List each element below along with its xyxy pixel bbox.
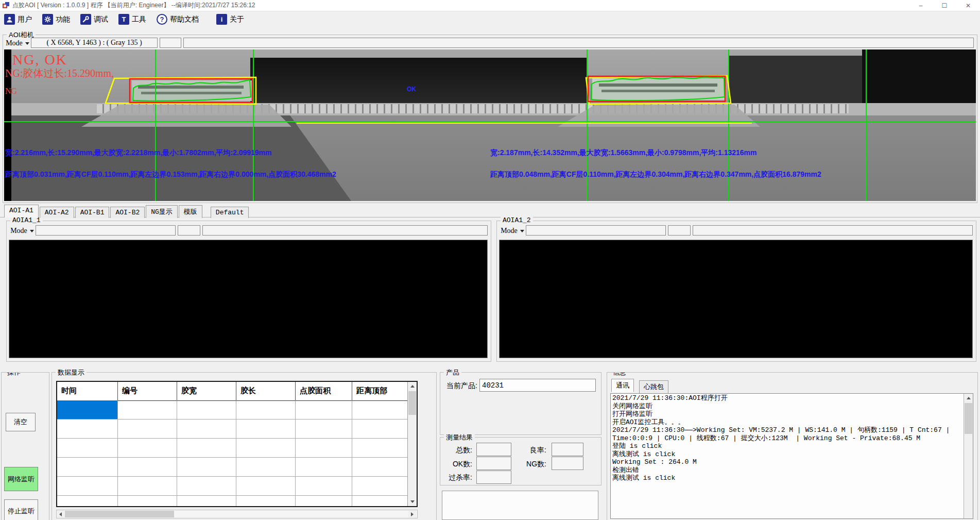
tools-icon: T — [118, 14, 129, 25]
tab-aoi-b2[interactable]: AOI-B2 — [110, 207, 145, 218]
log-vertical-scrollbar[interactable] — [964, 394, 973, 518]
aoi-tabstrip: AOI-A1 AOI-A2 AOI-B1 AOI-B2 NG显示 模版 Defa… — [4, 204, 250, 217]
panel2-mode-dropdown[interactable]: Mode — [499, 225, 526, 237]
tab-aoi-a2[interactable]: AOI-A2 — [40, 207, 74, 218]
col-header-time: 时间 — [57, 382, 118, 400]
camera-mode-dropdown[interactable]: Mode — [4, 38, 31, 49]
menu-user[interactable]: 用户 — [4, 14, 32, 25]
left-stats-line2: 距离顶部0.031mm,距离CF层0.110mm,距离左边界0.153mm,距离… — [5, 170, 336, 179]
right-stats-line2: 距离顶部0.048mm,距离CF层0.110mm,距离左边界0.304mm,距离… — [490, 170, 821, 179]
chevron-down-icon — [30, 230, 34, 232]
scroll-down-icon[interactable] — [408, 497, 417, 506]
menu-user-label: 用户 — [18, 15, 32, 24]
tab-comm[interactable]: 通讯 — [611, 379, 634, 392]
panel2-field-3[interactable] — [693, 225, 973, 236]
menu-function-label: 功能 — [56, 15, 70, 24]
user-icon — [4, 14, 15, 25]
panel1-field-3[interactable] — [202, 225, 488, 236]
title-bar: 点胶AOI [ Version : 1.0.0.9 ] 程序 【当前用户: En… — [0, 0, 980, 11]
scroll-up-icon[interactable] — [964, 394, 973, 402]
menu-about-label: 关于 — [230, 15, 244, 24]
clear-button[interactable]: 清空 — [6, 413, 36, 431]
log-line: 关闭网络监听 — [612, 402, 962, 411]
operation-group: 操作 清空 网络监听 停止监听 — [1, 372, 49, 520]
menu-help[interactable]: ? 帮助文档 — [157, 14, 199, 25]
scroll-up-icon[interactable] — [408, 382, 417, 391]
results-group: 测量结果 总数: 良率: OK数: NG数: 过杀率: — [440, 437, 601, 485]
table-row[interactable] — [57, 477, 409, 496]
panel-aoia1-2-label: AOIA1_2 — [501, 216, 533, 224]
panel-aoia1-1-label: AOIA1_1 — [10, 216, 43, 224]
camera-aux-field-2[interactable] — [183, 38, 974, 48]
panel2-mode-row: Mode — [499, 225, 973, 237]
ng-count-field — [552, 457, 583, 470]
panel1-field-2[interactable] — [178, 225, 200, 236]
minimize-button[interactable]: – — [909, 0, 933, 11]
about-icon: i — [216, 14, 227, 25]
tab-ng-display[interactable]: NG显示 — [146, 205, 178, 218]
camera-group: AOI相机 Mode ( X 6568, Y 1463 ) : ( Gray 1… — [3, 35, 977, 203]
chevron-down-icon — [520, 230, 524, 232]
panel1-mode-row: Mode — [9, 225, 488, 237]
panel2-viewport — [499, 240, 973, 358]
close-button[interactable]: ✕ — [956, 0, 980, 11]
menu-tools-label: 工具 — [132, 15, 146, 24]
tab-template[interactable]: 模版 — [179, 205, 202, 218]
current-product-input[interactable] — [479, 379, 596, 392]
table-header-row: 时间 编号 胶宽 胶长 点胶面积 距离顶部 — [57, 382, 409, 401]
app-window: 点胶AOI [ Version : 1.0.0.9 ] 程序 【当前用户: En… — [0, 0, 980, 520]
table-horizontal-scrollbar[interactable] — [56, 510, 418, 518]
tab-aoi-b1[interactable]: AOI-B1 — [75, 207, 110, 218]
ok-count-field — [476, 457, 511, 470]
table-row[interactable] — [57, 400, 409, 420]
camera-coords-field[interactable]: ( X 6568, Y 1463 ) : ( Gray 135 ) — [31, 38, 158, 48]
tab-default[interactable]: Default — [211, 207, 249, 218]
yield-field — [552, 443, 583, 456]
menu-bar: 用户 功能 调试 T 工具 ? 帮助文档 i 关于 — [0, 11, 980, 27]
network-listen-button[interactable]: 网络监听 — [4, 467, 38, 491]
log-line: 开启AOI监控工具。。。 — [612, 418, 962, 427]
table-row[interactable] — [57, 420, 409, 439]
scrollbar-thumb[interactable] — [408, 391, 416, 415]
yield-label: 良率: — [523, 446, 546, 455]
menu-debug[interactable]: 调试 — [80, 14, 108, 25]
overkill-label: 过杀率: — [442, 473, 472, 482]
log-line: Time:0:0:9 | CPU:0 | 线程数:67 | 提交大小:123M … — [612, 434, 962, 443]
right-stats-line1: 宽:2.187mm,长:14.352mm,最大胶宽:1.5663mm,最小:0.… — [490, 148, 757, 158]
panel2-field-1[interactable] — [526, 225, 666, 236]
overkill-field — [476, 471, 511, 484]
tab-heartbeat[interactable]: 心跳包 — [639, 380, 668, 394]
result-text: NG, OK — [12, 52, 67, 68]
camera-aux-field-1[interactable] — [160, 38, 181, 48]
total-field — [476, 443, 511, 456]
selected-cell[interactable] — [57, 400, 118, 420]
camera-image-view[interactable]: NG, OK NG:胶体过长:15.290mm, NG OK 宽:2.216mm… — [4, 49, 976, 201]
log-line: Working Set : 264.0 M — [612, 458, 962, 466]
scroll-left-icon[interactable] — [57, 510, 64, 518]
maximize-button[interactable]: ☐ — [933, 0, 956, 11]
product-group: 产品 当前产品: — [440, 372, 601, 435]
panel1-field-1[interactable] — [36, 225, 176, 236]
panel-aoia1-1: AOIA1_1 Mode — [6, 221, 491, 362]
log-line: 打开网络监听 — [612, 410, 962, 418]
scrollbar-thumb[interactable] — [965, 403, 972, 434]
panel2-mode-label: Mode — [501, 227, 518, 235]
comm-log[interactable]: 2021/7/29 11:36:30:AOI程序打开 关闭网络监听 打开网络监听… — [610, 393, 973, 519]
camera-coords-value: ( X 6568, Y 1463 ) : ( Gray 135 ) — [46, 39, 142, 47]
menu-tools[interactable]: T 工具 — [118, 14, 146, 25]
menu-about[interactable]: i 关于 — [216, 14, 244, 25]
log-line: 离线测试 is click — [612, 450, 962, 459]
tab-aoi-a1[interactable]: AOI-A1 — [4, 205, 39, 217]
stop-listen-button[interactable]: 停止监听 — [4, 499, 38, 520]
scrollbar-thumb[interactable] — [65, 511, 174, 517]
table-row[interactable] — [57, 496, 409, 507]
menu-function[interactable]: 功能 — [42, 14, 70, 25]
panel1-mode-dropdown[interactable]: Mode — [9, 225, 36, 237]
ok-count-label: OK数: — [445, 460, 472, 469]
current-product-label: 当前产品: — [446, 381, 477, 391]
scroll-right-icon[interactable] — [408, 510, 416, 518]
table-row[interactable] — [57, 439, 409, 458]
table-vertical-scrollbar[interactable] — [407, 382, 417, 506]
table-row[interactable] — [57, 458, 409, 477]
panel2-field-2[interactable] — [668, 225, 691, 236]
